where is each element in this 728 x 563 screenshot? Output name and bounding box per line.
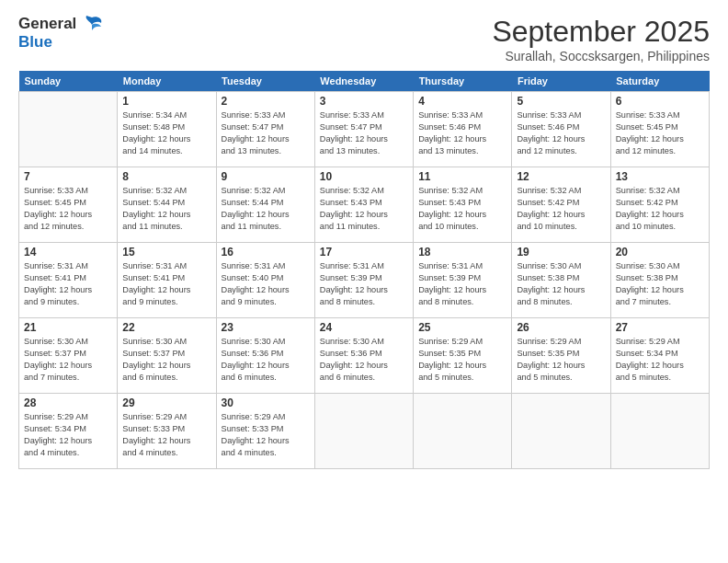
day-number: 28 [24,396,112,409]
day-info: Sunrise: 5:30 AM Sunset: 5:36 PM Dayligh… [320,336,408,384]
day-cell: 13Sunrise: 5:32 AM Sunset: 5:42 PM Dayli… [610,167,709,243]
day-info: Sunrise: 5:33 AM Sunset: 5:46 PM Dayligh… [517,109,605,157]
day-cell: 12Sunrise: 5:32 AM Sunset: 5:42 PM Dayli… [512,167,610,243]
day-number: 1 [122,95,210,108]
day-number: 5 [517,95,605,108]
week-row-1: 1Sunrise: 5:34 AM Sunset: 5:48 PM Daylig… [19,92,710,167]
day-number: 7 [24,170,112,183]
week-row-4: 21Sunrise: 5:30 AM Sunset: 5:37 PM Dayli… [19,318,710,394]
day-number: 18 [418,246,506,259]
logo-general: General [18,15,76,33]
day-info: Sunrise: 5:30 AM Sunset: 5:38 PM Dayligh… [517,260,605,308]
day-info: Sunrise: 5:34 AM Sunset: 5:48 PM Dayligh… [122,109,210,157]
day-info: Sunrise: 5:32 AM Sunset: 5:43 PM Dayligh… [320,185,408,233]
day-cell: 3Sunrise: 5:33 AM Sunset: 5:47 PM Daylig… [314,92,413,167]
day-number: 15 [122,246,210,259]
logo-blue: Blue [18,33,76,52]
day-info: Sunrise: 5:31 AM Sunset: 5:41 PM Dayligh… [24,260,112,308]
col-header-monday: Monday [118,71,216,92]
week-row-2: 7Sunrise: 5:33 AM Sunset: 5:45 PM Daylig… [19,167,710,243]
day-number: 11 [418,170,506,183]
page: General Blue September 2025 Surallah, So… [0,0,728,563]
day-cell: 21Sunrise: 5:30 AM Sunset: 5:37 PM Dayli… [19,318,118,394]
day-info: Sunrise: 5:33 AM Sunset: 5:45 PM Dayligh… [616,109,704,157]
day-number: 29 [122,396,210,409]
day-info: Sunrise: 5:32 AM Sunset: 5:42 PM Dayligh… [517,185,605,233]
calendar-header-row: SundayMondayTuesdayWednesdayThursdayFrid… [19,71,710,92]
day-cell [19,92,118,167]
day-cell: 18Sunrise: 5:31 AM Sunset: 5:39 PM Dayli… [414,243,512,318]
location-subtitle: Surallah, Soccsksargen, Philippines [492,49,710,63]
day-info: Sunrise: 5:33 AM Sunset: 5:46 PM Dayligh… [418,109,506,157]
col-header-friday: Friday [512,71,610,92]
day-cell: 16Sunrise: 5:31 AM Sunset: 5:40 PM Dayli… [216,243,314,318]
day-number: 21 [24,321,112,334]
col-header-thursday: Thursday [414,71,512,92]
day-number: 2 [222,95,310,108]
day-info: Sunrise: 5:30 AM Sunset: 5:37 PM Dayligh… [24,336,112,384]
day-info: Sunrise: 5:32 AM Sunset: 5:42 PM Dayligh… [616,185,704,233]
day-cell: 23Sunrise: 5:30 AM Sunset: 5:36 PM Dayli… [216,318,314,394]
day-cell: 2Sunrise: 5:33 AM Sunset: 5:47 PM Daylig… [216,92,314,167]
day-cell: 5Sunrise: 5:33 AM Sunset: 5:46 PM Daylig… [512,92,610,167]
day-cell: 1Sunrise: 5:34 AM Sunset: 5:48 PM Daylig… [118,92,216,167]
col-header-saturday: Saturday [610,71,709,92]
day-info: Sunrise: 5:29 AM Sunset: 5:35 PM Dayligh… [517,336,605,384]
day-info: Sunrise: 5:32 AM Sunset: 5:44 PM Dayligh… [222,185,310,233]
day-info: Sunrise: 5:33 AM Sunset: 5:47 PM Dayligh… [320,109,408,157]
logo-bird-icon [79,14,105,40]
day-number: 16 [222,246,310,259]
day-info: Sunrise: 5:31 AM Sunset: 5:39 PM Dayligh… [320,260,408,308]
day-number: 19 [517,246,605,259]
col-header-tuesday: Tuesday [216,71,314,92]
day-number: 14 [24,246,112,259]
day-cell: 25Sunrise: 5:29 AM Sunset: 5:35 PM Dayli… [414,318,512,394]
day-info: Sunrise: 5:32 AM Sunset: 5:43 PM Dayligh… [418,185,506,233]
logo: General Blue [18,15,105,51]
day-info: Sunrise: 5:30 AM Sunset: 5:38 PM Dayligh… [616,260,704,308]
day-number: 6 [616,95,704,108]
day-info: Sunrise: 5:29 AM Sunset: 5:34 PM Dayligh… [24,411,112,459]
day-cell: 29Sunrise: 5:29 AM Sunset: 5:33 PM Dayli… [118,394,216,469]
day-number: 10 [320,170,408,183]
day-number: 20 [616,246,704,259]
week-row-3: 14Sunrise: 5:31 AM Sunset: 5:41 PM Dayli… [19,243,710,318]
col-header-sunday: Sunday [19,71,118,92]
day-info: Sunrise: 5:31 AM Sunset: 5:41 PM Dayligh… [122,260,210,308]
day-number: 12 [517,170,605,183]
day-cell: 14Sunrise: 5:31 AM Sunset: 5:41 PM Dayli… [19,243,118,318]
day-info: Sunrise: 5:31 AM Sunset: 5:40 PM Dayligh… [222,260,310,308]
day-number: 26 [517,321,605,334]
day-cell: 7Sunrise: 5:33 AM Sunset: 5:45 PM Daylig… [19,167,118,243]
calendar-table: SundayMondayTuesdayWednesdayThursdayFrid… [18,71,710,469]
day-info: Sunrise: 5:33 AM Sunset: 5:45 PM Dayligh… [24,185,112,233]
day-number: 9 [222,170,310,183]
day-cell: 24Sunrise: 5:30 AM Sunset: 5:36 PM Dayli… [314,318,413,394]
day-number: 13 [616,170,704,183]
day-info: Sunrise: 5:31 AM Sunset: 5:39 PM Dayligh… [418,260,506,308]
col-header-wednesday: Wednesday [314,71,413,92]
day-cell [610,394,709,469]
day-info: Sunrise: 5:29 AM Sunset: 5:35 PM Dayligh… [418,336,506,384]
day-cell: 19Sunrise: 5:30 AM Sunset: 5:38 PM Dayli… [512,243,610,318]
day-cell: 10Sunrise: 5:32 AM Sunset: 5:43 PM Dayli… [314,167,413,243]
day-number: 3 [320,95,408,108]
day-cell: 22Sunrise: 5:30 AM Sunset: 5:37 PM Dayli… [118,318,216,394]
day-info: Sunrise: 5:29 AM Sunset: 5:34 PM Dayligh… [616,336,704,384]
day-number: 27 [616,321,704,334]
day-number: 23 [222,321,310,334]
day-info: Sunrise: 5:32 AM Sunset: 5:44 PM Dayligh… [122,185,210,233]
day-number: 17 [320,246,408,259]
day-info: Sunrise: 5:30 AM Sunset: 5:36 PM Dayligh… [222,336,310,384]
day-number: 4 [418,95,506,108]
day-info: Sunrise: 5:33 AM Sunset: 5:47 PM Dayligh… [222,109,310,157]
day-cell: 6Sunrise: 5:33 AM Sunset: 5:45 PM Daylig… [610,92,709,167]
day-cell [314,394,413,469]
day-info: Sunrise: 5:30 AM Sunset: 5:37 PM Dayligh… [122,336,210,384]
day-cell: 11Sunrise: 5:32 AM Sunset: 5:43 PM Dayli… [414,167,512,243]
header: General Blue September 2025 Surallah, So… [18,15,710,63]
day-cell: 15Sunrise: 5:31 AM Sunset: 5:41 PM Dayli… [118,243,216,318]
week-row-5: 28Sunrise: 5:29 AM Sunset: 5:34 PM Dayli… [19,394,710,469]
day-cell: 17Sunrise: 5:31 AM Sunset: 5:39 PM Dayli… [314,243,413,318]
day-cell [512,394,610,469]
